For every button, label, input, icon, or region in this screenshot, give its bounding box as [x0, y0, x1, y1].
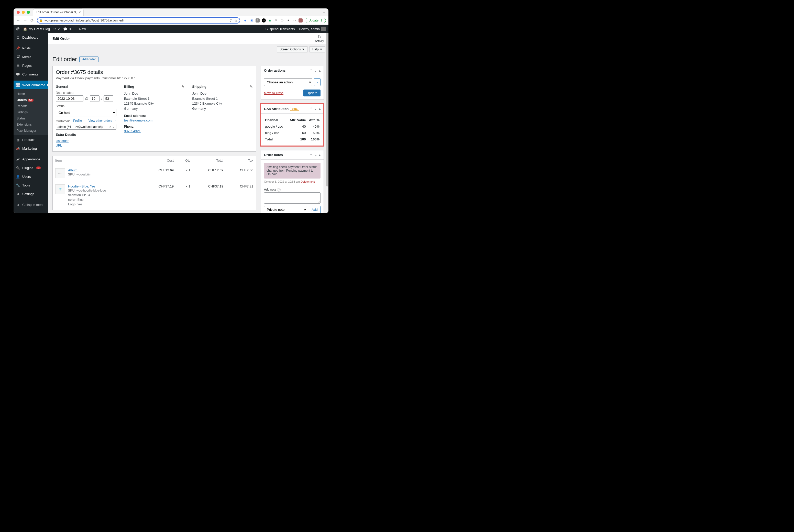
chevron-down-icon[interactable]: ⌄ — [315, 107, 317, 111]
line-item-row: 👕 Hoodie - Blue, Yes SKU: woo-hoodie-blu… — [53, 181, 256, 210]
woo-icon: woo — [16, 82, 20, 87]
sidebar-item-woocommerce[interactable]: wooWooCommerce — [14, 80, 48, 89]
brush-icon: 🖌 — [16, 157, 20, 162]
reload-icon[interactable]: ⟳ — [31, 18, 34, 23]
share-icon[interactable]: ⤴ — [230, 18, 232, 22]
tab-list-chevron-icon[interactable]: ⌄ — [323, 10, 325, 14]
chevron-down-icon[interactable]: ⌄ — [315, 153, 317, 157]
dashboard-icon: ⊡ — [16, 35, 20, 40]
sidebar-item-marketing[interactable]: 📣Marketing — [14, 144, 48, 153]
billing-heading: Billing — [124, 85, 134, 89]
collapse-menu[interactable]: ◀Collapse menu — [14, 200, 48, 209]
hour-input[interactable] — [90, 95, 99, 102]
add-note-label: Add note ? — [264, 188, 321, 192]
account-link[interactable]: Howdy, admin — [299, 26, 326, 31]
sidebar-item-plugins[interactable]: 🔌Plugins2 — [14, 164, 48, 172]
apply-action-button[interactable]: › — [314, 78, 321, 86]
status-select[interactable]: On hold — [56, 109, 116, 116]
order-actions-title: Order actions — [264, 69, 286, 72]
caret-up-icon[interactable]: ▴ — [319, 153, 321, 157]
window-controls[interactable] — [17, 11, 30, 14]
bookmark-icon[interactable]: ☆ — [234, 18, 238, 22]
megaphone-icon: 📣 — [16, 146, 20, 151]
suspend-transients-link[interactable]: Suspend Transients — [266, 27, 295, 31]
sidebar-item-tools[interactable]: 🔧Tools — [14, 181, 48, 190]
move-to-trash-link[interactable]: Move to Trash — [264, 91, 283, 95]
scrollbar-thumb[interactable] — [326, 33, 328, 187]
sidebar-item-comments[interactable]: 💬Comments — [14, 70, 48, 78]
date-input[interactable] — [56, 95, 83, 102]
last-order-link[interactable]: last order — [56, 139, 69, 143]
col-tax: Tax — [226, 156, 256, 165]
sidebar-item-products[interactable]: ▦Products — [14, 135, 48, 144]
update-button[interactable]: Update — [303, 90, 321, 96]
order-action-select[interactable]: Choose an action... — [264, 78, 312, 86]
customer-select[interactable]: admin (#1 – av@wolfundbaer.ch) × ⌄ — [56, 124, 116, 130]
products-icon: ▦ — [16, 137, 20, 142]
new-tab-button[interactable]: + — [86, 10, 89, 15]
new-content-link[interactable]: ＋ New — [74, 26, 86, 31]
extension-icons[interactable]: ◆▣ ?○ ◉⇅ ⓘ✦ ▭ — [243, 18, 303, 22]
email-label: Email address: — [124, 114, 185, 118]
browser-tab[interactable]: Edit order "Order – October 3, × — [33, 8, 84, 16]
site-link[interactable]: 🏠 My Great Blog — [23, 27, 50, 31]
profile-link[interactable]: Profile → — [73, 119, 86, 122]
chevron-up-icon[interactable]: ⌃ — [310, 69, 312, 72]
wp-logo-icon[interactable]: ⓦ — [16, 26, 19, 31]
close-tab-icon[interactable]: × — [79, 10, 81, 14]
sidebar-sub-orders[interactable]: Orders57 — [14, 97, 48, 103]
note-type-select[interactable]: Private note — [264, 206, 307, 213]
minute-input[interactable] — [103, 95, 113, 102]
ga4-total-row: Total100100% — [264, 136, 320, 142]
sidebar-sub-pixel[interactable]: Pixel Manager — [14, 128, 48, 134]
sidebar-item-users[interactable]: 👤Users — [14, 172, 48, 181]
sidebar-item-appearance[interactable]: 🖌Appearance — [14, 155, 48, 164]
activity-button[interactable]: ⚐ Activity — [315, 35, 324, 42]
sidebar-item-posts[interactable]: 📌Posts — [14, 44, 48, 53]
clear-customer-icon[interactable]: × ⌄ — [109, 125, 114, 129]
ga4-title: GA4 Attribution — [264, 107, 288, 111]
sidebar-sub-settings[interactable]: Settings — [14, 109, 48, 115]
edit-shipping-icon[interactable]: ✎ — [250, 85, 253, 89]
chevron-up-icon[interactable]: ⌃ — [310, 107, 312, 111]
shipping-address: John DoeExample Street 112345 Example Ci… — [192, 91, 253, 111]
item-name-link[interactable]: Album — [68, 168, 77, 172]
date-created-label: Date created: — [56, 91, 116, 95]
sidebar-sub-home[interactable]: Home — [14, 91, 48, 97]
sidebar-item-media[interactable]: 🖼Media — [14, 53, 48, 61]
sidebar-sub-status[interactable]: Status — [14, 115, 48, 121]
chevron-down-icon[interactable]: ⌄ — [315, 69, 317, 72]
comments-link[interactable]: 💬 0 — [63, 27, 71, 31]
delete-note-link[interactable]: Delete note — [301, 180, 315, 183]
forward-icon: → — [23, 18, 27, 23]
add-note-button[interactable]: Add — [309, 206, 321, 213]
url-link[interactable]: URL — [56, 144, 62, 147]
add-order-button[interactable]: Add order — [79, 57, 98, 62]
phone-link[interactable]: 987654321 — [124, 129, 141, 133]
sidebar-sub-extensions[interactable]: Extensions — [14, 121, 48, 128]
caret-up-icon[interactable]: ▴ — [319, 107, 321, 111]
help-icon[interactable]: ? — [277, 188, 281, 192]
screen-options-tab[interactable]: Screen Options ▼ — [277, 46, 307, 53]
col-total: Total — [193, 156, 226, 165]
general-heading: General — [56, 85, 116, 89]
address-bar[interactable]: 🔒 wordpress.test/wp-admin/post.php?post=… — [37, 17, 240, 23]
caret-up-icon[interactable]: ▴ — [319, 69, 321, 72]
sidebar-sub-reports[interactable]: Reports — [14, 103, 48, 109]
ga4-row: bing / cpc6060% — [264, 130, 320, 136]
browser-update-button[interactable]: Update⋮ — [306, 18, 326, 23]
chevron-up-icon[interactable]: ⌃ — [310, 153, 312, 157]
help-tab[interactable]: Help ▼ — [309, 46, 325, 53]
back-icon[interactable]: ← — [16, 18, 20, 23]
updates-link[interactable]: ⟳ 2 — [54, 27, 60, 31]
email-link[interactable]: test@example.com — [124, 118, 152, 122]
sliders-icon: ⚙ — [16, 192, 20, 196]
sidebar-item-settings[interactable]: ⚙Settings — [14, 190, 48, 198]
edit-billing-icon[interactable]: ✎ — [182, 85, 185, 89]
item-name-link[interactable]: Hoodie - Blue, Yes — [68, 185, 95, 188]
scrollbar-track[interactable] — [326, 33, 328, 213]
note-textarea[interactable] — [264, 192, 321, 204]
sidebar-item-dashboard[interactable]: ⊡Dashboard — [14, 33, 48, 42]
sidebar-item-pages[interactable]: ▤Pages — [14, 61, 48, 70]
other-orders-link[interactable]: View other orders → — [89, 119, 116, 122]
